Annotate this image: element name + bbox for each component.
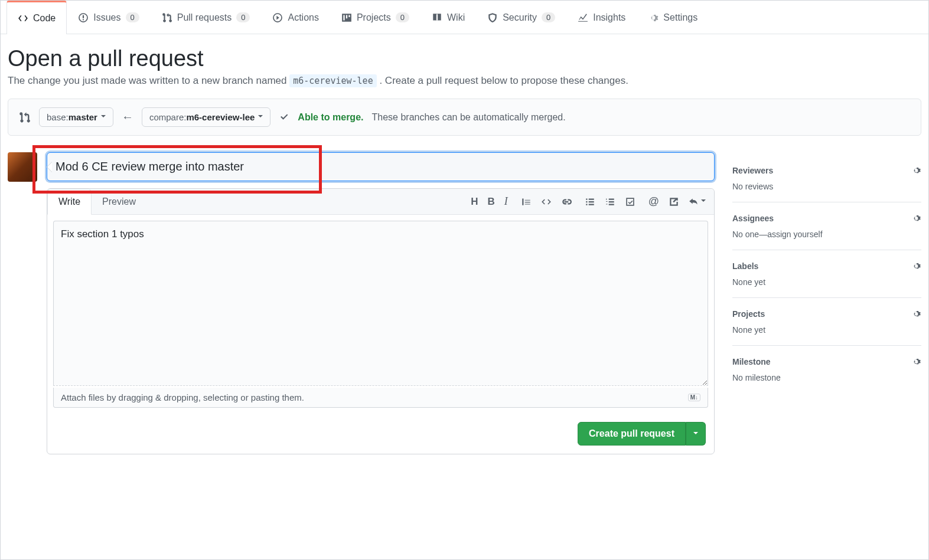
italic-button[interactable]: I bbox=[504, 195, 508, 208]
tab-pulls[interactable]: Pull requests 0 bbox=[151, 1, 262, 34]
sidebar: Reviewers No reviews Assignees No one—as… bbox=[732, 152, 921, 393]
gear-icon[interactable] bbox=[911, 309, 921, 319]
branch-chip: m6-cereview-lee bbox=[289, 74, 376, 87]
tab-settings-label: Settings bbox=[663, 12, 697, 23]
sidebar-milestone: Milestone No milestone bbox=[732, 346, 921, 393]
tab-projects[interactable]: Projects 0 bbox=[330, 1, 421, 34]
create-pr-dropdown[interactable] bbox=[686, 422, 706, 446]
reply-button[interactable] bbox=[689, 195, 706, 208]
tab-security-label: Security bbox=[503, 12, 537, 23]
gear-icon bbox=[648, 12, 659, 23]
preview-tab[interactable]: Preview bbox=[92, 189, 146, 214]
link-button[interactable] bbox=[561, 197, 572, 207]
mention-button[interactable]: @ bbox=[648, 195, 659, 208]
tab-issues-label: Issues bbox=[93, 12, 120, 23]
pull-request-icon bbox=[162, 12, 172, 23]
projects-count: 0 bbox=[396, 12, 409, 22]
caret-icon bbox=[258, 115, 263, 120]
editor: Write Preview H B I bbox=[47, 188, 715, 454]
pr-title-input[interactable] bbox=[47, 152, 715, 181]
issues-count: 0 bbox=[126, 12, 139, 22]
tab-wiki[interactable]: Wiki bbox=[421, 1, 476, 34]
sidebar-labels: Labels None yet bbox=[732, 250, 921, 298]
write-tab[interactable]: Write bbox=[47, 189, 92, 215]
milestone-value: No milestone bbox=[732, 373, 921, 382]
tab-actions[interactable]: Actions bbox=[261, 1, 330, 34]
gear-icon[interactable] bbox=[911, 356, 921, 367]
caret-icon bbox=[101, 115, 106, 120]
pulls-count: 0 bbox=[236, 12, 250, 22]
create-pr-button[interactable]: Create pull request bbox=[578, 422, 686, 446]
tab-actions-label: Actions bbox=[288, 12, 318, 23]
ul-button[interactable] bbox=[585, 197, 595, 207]
tasklist-button[interactable] bbox=[625, 197, 635, 207]
merge-status: Able to merge. bbox=[298, 112, 363, 123]
tab-code-label: Code bbox=[33, 13, 56, 24]
security-count: 0 bbox=[542, 12, 555, 22]
reviewers-value: No reviews bbox=[732, 182, 921, 191]
shield-icon bbox=[487, 12, 498, 23]
code-icon bbox=[18, 13, 28, 24]
play-icon bbox=[272, 12, 283, 23]
tab-security[interactable]: Security 0 bbox=[476, 1, 566, 34]
tab-insights[interactable]: Insights bbox=[566, 1, 637, 34]
tab-code[interactable]: Code bbox=[6, 1, 67, 34]
sidebar-assignees: Assignees No one—assign yourself bbox=[732, 202, 921, 250]
gear-icon[interactable] bbox=[911, 165, 921, 176]
pr-body-textarea[interactable] bbox=[53, 221, 708, 386]
attach-hint: Attach files by dragging & dropping, sel… bbox=[61, 392, 304, 402]
bold-button[interactable]: B bbox=[487, 195, 494, 208]
book-icon bbox=[432, 12, 442, 23]
gear-icon[interactable] bbox=[911, 261, 921, 271]
compare-icon bbox=[19, 112, 31, 123]
tab-pulls-label: Pull requests bbox=[177, 12, 232, 23]
speech-pointer bbox=[41, 162, 52, 172]
tab-issues[interactable]: Issues 0 bbox=[67, 1, 150, 34]
tab-projects-label: Projects bbox=[357, 12, 391, 23]
base-branch-select[interactable]: base: master bbox=[39, 107, 113, 127]
heading-button[interactable]: H bbox=[471, 195, 478, 208]
sidebar-projects: Projects None yet bbox=[732, 298, 921, 346]
tab-insights-label: Insights bbox=[593, 12, 625, 23]
compare-branch-select[interactable]: compare: m6-cereview-lee bbox=[142, 107, 270, 127]
code-button[interactable] bbox=[541, 197, 552, 207]
attach-bar[interactable]: Attach files by dragging & dropping, sel… bbox=[53, 388, 708, 408]
avatar bbox=[8, 152, 37, 182]
page-subtitle: The change you just made was written to … bbox=[8, 75, 921, 87]
ol-button[interactable] bbox=[605, 197, 615, 207]
crossref-button[interactable] bbox=[669, 195, 679, 208]
caret-icon bbox=[693, 432, 698, 437]
sidebar-reviewers: Reviewers No reviews bbox=[732, 155, 921, 202]
issue-icon bbox=[78, 12, 89, 23]
merge-status-detail: These branches can be automatically merg… bbox=[371, 112, 565, 123]
tab-settings[interactable]: Settings bbox=[637, 1, 709, 34]
arrow-left-icon: ← bbox=[122, 110, 133, 124]
project-icon bbox=[341, 12, 352, 23]
projects-value: None yet bbox=[732, 325, 921, 335]
check-icon bbox=[279, 112, 289, 123]
assignees-value[interactable]: No one—assign yourself bbox=[732, 230, 921, 239]
compare-bar: base: master ← compare: m6-cereview-lee … bbox=[8, 99, 921, 136]
markdown-icon: M↓ bbox=[688, 394, 700, 401]
page-title: Open a pull request bbox=[8, 46, 921, 71]
repo-tabs: Code Issues 0 Pull requests 0 Actions Pr… bbox=[1, 1, 928, 34]
tab-wiki-label: Wiki bbox=[447, 12, 465, 23]
labels-value: None yet bbox=[732, 277, 921, 287]
graph-icon bbox=[578, 12, 588, 23]
gear-icon[interactable] bbox=[911, 213, 921, 224]
quote-button[interactable] bbox=[521, 197, 532, 207]
editor-toolbar: H B I bbox=[471, 195, 714, 208]
